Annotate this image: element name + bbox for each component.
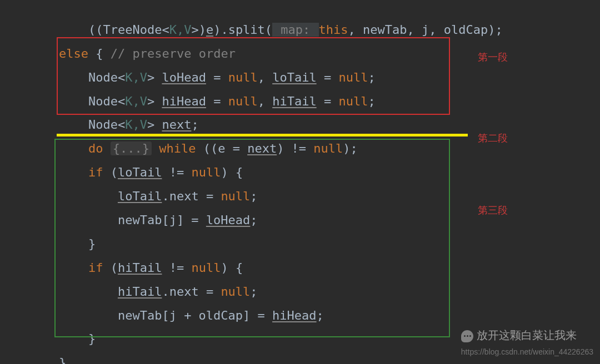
code-line-13: newTab[j + oldCap] = hiHead; [0,309,324,322]
code-line-5: Node<K,V> next; [0,118,199,132]
code-line-1: ((TreeNode<K,V>)e).split( map: this, new… [0,23,503,37]
code-line-9: newTab[j] = loHead; [0,213,258,227]
code-line-11: if (hiTail != null) { [0,261,243,275]
code-line-4: Node<K,V> hiHead = null, hiTail = null; [0,94,376,108]
code-line-6: do {...} while ((e = next) != null); [0,141,358,155]
code-line-7: if (loTail != null) { [0,165,243,179]
code-line-10: } [0,237,96,251]
fold-marker[interactable]: {...} [111,141,152,155]
code-line-12: hiTail.next = null; [0,285,258,299]
code-line-2: else { // preserve order [0,47,236,60]
code-line-14: } [0,332,96,346]
code-line-8: loTail.next = null; [0,189,258,203]
code-line-15: } [0,356,66,364]
code-line-3: Node<K,V> loHead = null, loTail = null; [0,70,376,84]
code-block: ((TreeNode<K,V>)e).split( map: this, new… [0,0,503,364]
